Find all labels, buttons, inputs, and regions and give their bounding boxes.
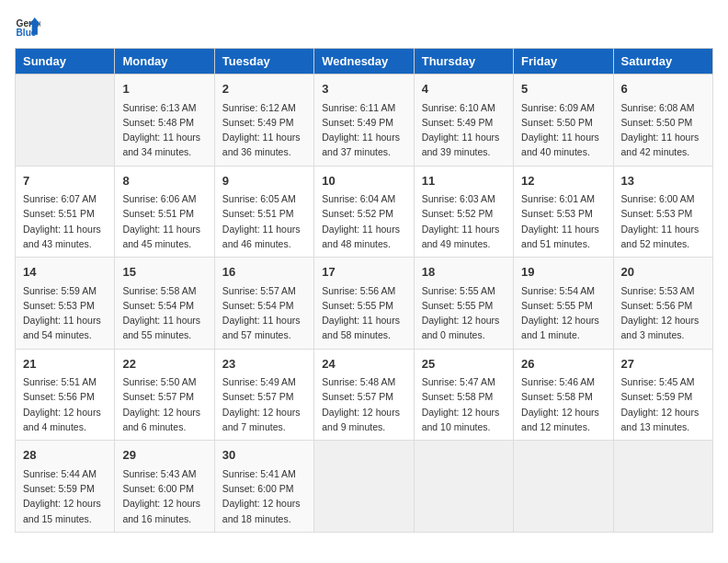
day-info: Sunrise: 6:03 AMSunset: 5:52 PMDaylight:… bbox=[422, 191, 506, 251]
day-info: Sunrise: 6:12 AMSunset: 5:49 PMDaylight:… bbox=[222, 100, 306, 160]
calendar-table: SundayMondayTuesdayWednesdayThursdayFrid… bbox=[15, 48, 713, 533]
day-info: Sunrise: 6:13 AMSunset: 5:48 PMDaylight:… bbox=[122, 100, 206, 160]
column-header-tuesday: Tuesday bbox=[214, 49, 313, 75]
day-number: 24 bbox=[322, 355, 405, 373]
day-number: 13 bbox=[621, 172, 705, 190]
day-number: 14 bbox=[23, 263, 107, 282]
day-info: Sunrise: 5:50 AMSunset: 5:57 PMDaylight:… bbox=[122, 374, 206, 434]
day-cell: 24Sunrise: 5:48 AMSunset: 5:57 PMDayligh… bbox=[314, 349, 414, 441]
day-info: Sunrise: 5:48 AMSunset: 5:57 PMDaylight:… bbox=[322, 374, 405, 434]
day-info: Sunrise: 5:44 AMSunset: 5:59 PMDaylight:… bbox=[23, 466, 107, 526]
day-info: Sunrise: 5:54 AMSunset: 5:55 PMDaylight:… bbox=[521, 283, 605, 343]
day-number: 23 bbox=[222, 355, 306, 373]
day-number: 4 bbox=[422, 80, 506, 98]
day-cell: 23Sunrise: 5:49 AMSunset: 5:57 PMDayligh… bbox=[214, 349, 313, 441]
column-header-sunday: Sunday bbox=[16, 49, 115, 75]
day-number: 15 bbox=[122, 263, 206, 282]
day-info: Sunrise: 5:53 AMSunset: 5:56 PMDaylight:… bbox=[621, 283, 705, 343]
day-number: 2 bbox=[222, 80, 306, 98]
day-info: Sunrise: 5:58 AMSunset: 5:54 PMDaylight:… bbox=[122, 283, 206, 343]
day-cell: 14Sunrise: 5:59 AMSunset: 5:53 PMDayligh… bbox=[16, 258, 115, 350]
day-info: Sunrise: 6:10 AMSunset: 5:49 PMDaylight:… bbox=[422, 100, 506, 160]
logo: General Blue bbox=[15, 15, 40, 40]
day-cell: 25Sunrise: 5:47 AMSunset: 5:58 PMDayligh… bbox=[414, 349, 513, 441]
day-cell: 6Sunrise: 6:08 AMSunset: 5:50 PMDaylight… bbox=[613, 75, 712, 167]
column-header-saturday: Saturday bbox=[613, 49, 712, 75]
day-info: Sunrise: 6:07 AMSunset: 5:51 PMDaylight:… bbox=[23, 191, 107, 251]
column-header-wednesday: Wednesday bbox=[314, 49, 414, 75]
day-cell bbox=[514, 441, 613, 533]
day-number: 28 bbox=[23, 446, 107, 465]
day-number: 27 bbox=[621, 355, 705, 373]
day-cell: 22Sunrise: 5:50 AMSunset: 5:57 PMDayligh… bbox=[115, 349, 214, 441]
day-info: Sunrise: 5:49 AMSunset: 5:57 PMDaylight:… bbox=[222, 374, 306, 434]
day-info: Sunrise: 5:51 AMSunset: 5:56 PMDaylight:… bbox=[23, 374, 107, 434]
day-number: 9 bbox=[222, 172, 306, 190]
day-info: Sunrise: 5:57 AMSunset: 5:54 PMDaylight:… bbox=[222, 283, 306, 343]
column-header-thursday: Thursday bbox=[414, 49, 513, 75]
logo-icon: General Blue bbox=[15, 15, 40, 40]
week-row-2: 7Sunrise: 6:07 AMSunset: 5:51 PMDaylight… bbox=[16, 166, 713, 258]
day-number: 6 bbox=[621, 80, 705, 98]
day-number: 18 bbox=[422, 263, 506, 282]
day-cell bbox=[16, 75, 115, 167]
day-cell: 2Sunrise: 6:12 AMSunset: 5:49 PMDaylight… bbox=[214, 75, 313, 167]
week-row-5: 28Sunrise: 5:44 AMSunset: 5:59 PMDayligh… bbox=[16, 441, 713, 533]
day-cell: 20Sunrise: 5:53 AMSunset: 5:56 PMDayligh… bbox=[613, 258, 712, 350]
day-cell: 1Sunrise: 6:13 AMSunset: 5:48 PMDaylight… bbox=[115, 75, 214, 167]
day-info: Sunrise: 5:41 AMSunset: 6:00 PMDaylight:… bbox=[222, 466, 306, 526]
day-cell: 3Sunrise: 6:11 AMSunset: 5:49 PMDaylight… bbox=[314, 75, 414, 167]
day-cell: 8Sunrise: 6:06 AMSunset: 5:51 PMDaylight… bbox=[115, 166, 214, 258]
day-cell bbox=[414, 441, 513, 533]
day-cell: 19Sunrise: 5:54 AMSunset: 5:55 PMDayligh… bbox=[514, 258, 613, 350]
day-number: 7 bbox=[23, 172, 107, 190]
day-info: Sunrise: 5:46 AMSunset: 5:58 PMDaylight:… bbox=[521, 374, 605, 434]
column-header-monday: Monday bbox=[115, 49, 214, 75]
day-number: 21 bbox=[23, 355, 107, 373]
day-info: Sunrise: 6:09 AMSunset: 5:50 PMDaylight:… bbox=[521, 100, 605, 160]
day-cell: 26Sunrise: 5:46 AMSunset: 5:58 PMDayligh… bbox=[514, 349, 613, 441]
day-info: Sunrise: 5:56 AMSunset: 5:55 PMDaylight:… bbox=[322, 283, 405, 343]
day-cell: 5Sunrise: 6:09 AMSunset: 5:50 PMDaylight… bbox=[514, 75, 613, 167]
day-info: Sunrise: 6:01 AMSunset: 5:53 PMDaylight:… bbox=[521, 191, 605, 251]
day-number: 20 bbox=[621, 263, 705, 282]
day-cell: 30Sunrise: 5:41 AMSunset: 6:00 PMDayligh… bbox=[214, 441, 313, 533]
day-number: 25 bbox=[422, 355, 506, 373]
day-info: Sunrise: 5:47 AMSunset: 5:58 PMDaylight:… bbox=[422, 374, 506, 434]
day-cell: 12Sunrise: 6:01 AMSunset: 5:53 PMDayligh… bbox=[514, 166, 613, 258]
day-number: 17 bbox=[322, 263, 405, 282]
day-cell: 18Sunrise: 5:55 AMSunset: 5:55 PMDayligh… bbox=[414, 258, 513, 350]
day-number: 30 bbox=[222, 446, 306, 465]
day-cell: 15Sunrise: 5:58 AMSunset: 5:54 PMDayligh… bbox=[115, 258, 214, 350]
day-cell: 7Sunrise: 6:07 AMSunset: 5:51 PMDaylight… bbox=[16, 166, 115, 258]
day-cell: 17Sunrise: 5:56 AMSunset: 5:55 PMDayligh… bbox=[314, 258, 414, 350]
day-number: 3 bbox=[322, 80, 405, 98]
day-number: 16 bbox=[222, 263, 306, 282]
header: General Blue bbox=[15, 15, 713, 40]
week-row-4: 21Sunrise: 5:51 AMSunset: 5:56 PMDayligh… bbox=[16, 349, 713, 441]
day-number: 29 bbox=[122, 446, 206, 465]
day-info: Sunrise: 6:08 AMSunset: 5:50 PMDaylight:… bbox=[621, 100, 705, 160]
day-cell: 27Sunrise: 5:45 AMSunset: 5:59 PMDayligh… bbox=[613, 349, 712, 441]
day-info: Sunrise: 6:05 AMSunset: 5:51 PMDaylight:… bbox=[222, 191, 306, 251]
day-number: 11 bbox=[422, 172, 506, 190]
day-number: 10 bbox=[322, 172, 405, 190]
day-cell: 16Sunrise: 5:57 AMSunset: 5:54 PMDayligh… bbox=[214, 258, 313, 350]
day-cell: 13Sunrise: 6:00 AMSunset: 5:53 PMDayligh… bbox=[613, 166, 712, 258]
day-cell: 9Sunrise: 6:05 AMSunset: 5:51 PMDaylight… bbox=[214, 166, 313, 258]
day-number: 8 bbox=[122, 172, 206, 190]
column-header-friday: Friday bbox=[514, 49, 613, 75]
day-cell: 10Sunrise: 6:04 AMSunset: 5:52 PMDayligh… bbox=[314, 166, 414, 258]
day-number: 22 bbox=[122, 355, 206, 373]
day-cell bbox=[314, 441, 414, 533]
day-number: 5 bbox=[521, 80, 605, 98]
day-number: 1 bbox=[122, 80, 206, 98]
week-row-3: 14Sunrise: 5:59 AMSunset: 5:53 PMDayligh… bbox=[16, 258, 713, 350]
day-info: Sunrise: 5:45 AMSunset: 5:59 PMDaylight:… bbox=[621, 374, 705, 434]
day-number: 12 bbox=[521, 172, 605, 190]
day-info: Sunrise: 6:11 AMSunset: 5:49 PMDaylight:… bbox=[322, 100, 405, 160]
day-cell: 28Sunrise: 5:44 AMSunset: 5:59 PMDayligh… bbox=[16, 441, 115, 533]
day-info: Sunrise: 6:00 AMSunset: 5:53 PMDaylight:… bbox=[621, 191, 705, 251]
day-info: Sunrise: 5:59 AMSunset: 5:53 PMDaylight:… bbox=[23, 283, 107, 343]
day-info: Sunrise: 6:04 AMSunset: 5:52 PMDaylight:… bbox=[322, 191, 405, 251]
